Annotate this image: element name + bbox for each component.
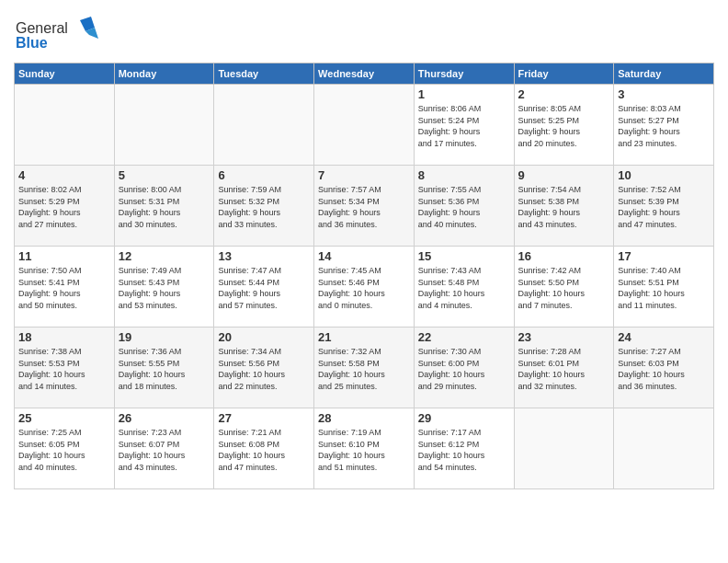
day-header-thursday: Thursday (414, 63, 514, 85)
day-info: Sunrise: 8:02 AM Sunset: 5:29 PM Dayligh… (18, 184, 110, 230)
day-info: Sunrise: 7:59 AM Sunset: 5:32 PM Dayligh… (218, 184, 310, 230)
day-number: 22 (418, 330, 510, 344)
day-info: Sunrise: 7:45 AM Sunset: 5:46 PM Dayligh… (318, 265, 410, 311)
day-info: Sunrise: 7:23 AM Sunset: 6:07 PM Dayligh… (119, 427, 210, 473)
day-info: Sunrise: 7:27 AM Sunset: 6:03 PM Dayligh… (618, 346, 710, 392)
calendar-cell: 8Sunrise: 7:55 AM Sunset: 5:36 PM Daylig… (414, 166, 514, 247)
calendar-cell (514, 408, 614, 489)
day-header-wednesday: Wednesday (314, 63, 415, 85)
day-number: 26 (119, 411, 210, 425)
calendar-cell: 1Sunrise: 8:06 AM Sunset: 5:24 PM Daylig… (414, 85, 514, 166)
calendar-week-4: 18Sunrise: 7:38 AM Sunset: 5:53 PM Dayli… (15, 327, 714, 408)
svg-text:Blue: Blue (16, 35, 48, 51)
calendar-cell: 4Sunrise: 8:02 AM Sunset: 5:29 PM Daylig… (15, 166, 115, 247)
day-info: Sunrise: 7:17 AM Sunset: 6:12 PM Dayligh… (418, 427, 510, 473)
day-info: Sunrise: 7:42 AM Sunset: 5:50 PM Dayligh… (518, 265, 610, 311)
day-number: 14 (318, 249, 410, 263)
day-info: Sunrise: 7:30 AM Sunset: 6:00 PM Dayligh… (418, 346, 510, 392)
day-number: 21 (318, 330, 410, 344)
day-info: Sunrise: 7:50 AM Sunset: 5:41 PM Dayligh… (18, 265, 110, 311)
calendar-cell (214, 85, 314, 166)
day-number: 15 (418, 249, 510, 263)
calendar-cell (614, 408, 714, 489)
calendar-cell (314, 85, 415, 166)
calendar-week-5: 25Sunrise: 7:25 AM Sunset: 6:05 PM Dayli… (15, 408, 714, 489)
day-info: Sunrise: 7:47 AM Sunset: 5:44 PM Dayligh… (218, 265, 310, 311)
day-number: 18 (18, 330, 110, 344)
day-number: 29 (418, 411, 510, 425)
calendar-cell: 21Sunrise: 7:32 AM Sunset: 5:58 PM Dayli… (314, 327, 415, 408)
calendar-cell (15, 85, 115, 166)
calendar-cell: 24Sunrise: 7:27 AM Sunset: 6:03 PM Dayli… (614, 327, 714, 408)
day-info: Sunrise: 7:25 AM Sunset: 6:05 PM Dayligh… (18, 427, 110, 473)
calendar-cell: 10Sunrise: 7:52 AM Sunset: 5:39 PM Dayli… (614, 166, 714, 247)
calendar-cell: 14Sunrise: 7:45 AM Sunset: 5:46 PM Dayli… (314, 247, 415, 327)
day-number: 27 (218, 411, 310, 425)
calendar-cell: 11Sunrise: 7:50 AM Sunset: 5:41 PM Dayli… (15, 247, 115, 327)
day-number: 24 (618, 330, 710, 344)
header: General Blue (14, 9, 714, 57)
day-number: 13 (218, 249, 310, 263)
day-number: 28 (318, 411, 410, 425)
day-header-sunday: Sunday (15, 63, 115, 85)
calendar-cell: 19Sunrise: 7:36 AM Sunset: 5:55 PM Dayli… (114, 327, 214, 408)
page-container: General Blue SundayMondayTuesdayWednesda… (0, 0, 728, 499)
logo: General Blue (14, 13, 115, 57)
calendar-cell: 6Sunrise: 7:59 AM Sunset: 5:32 PM Daylig… (214, 166, 314, 247)
day-number: 10 (618, 168, 710, 182)
calendar-cell: 22Sunrise: 7:30 AM Sunset: 6:00 PM Dayli… (414, 327, 514, 408)
day-info: Sunrise: 8:03 AM Sunset: 5:27 PM Dayligh… (618, 103, 710, 149)
calendar-week-1: 1Sunrise: 8:06 AM Sunset: 5:24 PM Daylig… (15, 85, 714, 166)
day-number: 25 (18, 411, 110, 425)
day-number: 8 (418, 168, 510, 182)
calendar-cell: 26Sunrise: 7:23 AM Sunset: 6:07 PM Dayli… (114, 408, 214, 489)
calendar-cell: 28Sunrise: 7:19 AM Sunset: 6:10 PM Dayli… (314, 408, 415, 489)
day-number: 12 (119, 249, 210, 263)
day-info: Sunrise: 8:00 AM Sunset: 5:31 PM Dayligh… (119, 184, 210, 230)
day-header-friday: Friday (514, 63, 614, 85)
day-number: 4 (18, 168, 110, 182)
calendar-cell: 16Sunrise: 7:42 AM Sunset: 5:50 PM Dayli… (514, 247, 614, 327)
calendar-cell: 17Sunrise: 7:40 AM Sunset: 5:51 PM Dayli… (614, 247, 714, 327)
svg-text:General: General (16, 20, 68, 36)
day-header-tuesday: Tuesday (214, 63, 314, 85)
day-info: Sunrise: 7:34 AM Sunset: 5:56 PM Dayligh… (218, 346, 310, 392)
day-number: 16 (518, 249, 610, 263)
calendar-cell: 9Sunrise: 7:54 AM Sunset: 5:38 PM Daylig… (514, 166, 614, 247)
day-info: Sunrise: 7:36 AM Sunset: 5:55 PM Dayligh… (119, 346, 210, 392)
day-header-monday: Monday (114, 63, 214, 85)
calendar-cell: 5Sunrise: 8:00 AM Sunset: 5:31 PM Daylig… (114, 166, 214, 247)
day-info: Sunrise: 7:43 AM Sunset: 5:48 PM Dayligh… (418, 265, 510, 311)
day-info: Sunrise: 7:28 AM Sunset: 6:01 PM Dayligh… (518, 346, 610, 392)
calendar-cell: 20Sunrise: 7:34 AM Sunset: 5:56 PM Dayli… (214, 327, 314, 408)
day-info: Sunrise: 7:32 AM Sunset: 5:58 PM Dayligh… (318, 346, 410, 392)
day-header-saturday: Saturday (614, 63, 714, 85)
day-number: 9 (518, 168, 610, 182)
day-info: Sunrise: 7:21 AM Sunset: 6:08 PM Dayligh… (218, 427, 310, 473)
day-info: Sunrise: 7:19 AM Sunset: 6:10 PM Dayligh… (318, 427, 410, 473)
day-number: 20 (218, 330, 310, 344)
calendar-table: SundayMondayTuesdayWednesdayThursdayFrid… (14, 63, 714, 489)
day-number: 3 (618, 87, 710, 101)
day-info: Sunrise: 7:52 AM Sunset: 5:39 PM Dayligh… (618, 184, 710, 230)
day-number: 11 (18, 249, 110, 263)
day-number: 7 (318, 168, 410, 182)
day-number: 1 (418, 87, 510, 101)
calendar-cell: 29Sunrise: 7:17 AM Sunset: 6:12 PM Dayli… (414, 408, 514, 489)
calendar-cell: 15Sunrise: 7:43 AM Sunset: 5:48 PM Dayli… (414, 247, 514, 327)
calendar-week-2: 4Sunrise: 8:02 AM Sunset: 5:29 PM Daylig… (15, 166, 714, 247)
day-number: 23 (518, 330, 610, 344)
day-info: Sunrise: 8:06 AM Sunset: 5:24 PM Dayligh… (418, 103, 510, 149)
calendar-cell: 7Sunrise: 7:57 AM Sunset: 5:34 PM Daylig… (314, 166, 415, 247)
day-info: Sunrise: 7:40 AM Sunset: 5:51 PM Dayligh… (618, 265, 710, 311)
day-info: Sunrise: 7:49 AM Sunset: 5:43 PM Dayligh… (119, 265, 210, 311)
calendar-cell: 18Sunrise: 7:38 AM Sunset: 5:53 PM Dayli… (15, 327, 115, 408)
day-info: Sunrise: 7:57 AM Sunset: 5:34 PM Dayligh… (318, 184, 410, 230)
day-number: 5 (119, 168, 210, 182)
calendar-cell: 23Sunrise: 7:28 AM Sunset: 6:01 PM Dayli… (514, 327, 614, 408)
logo-svg: General Blue (14, 13, 115, 53)
calendar-cell: 2Sunrise: 8:05 AM Sunset: 5:25 PM Daylig… (514, 85, 614, 166)
day-number: 2 (518, 87, 610, 101)
day-number: 17 (618, 249, 710, 263)
day-info: Sunrise: 7:54 AM Sunset: 5:38 PM Dayligh… (518, 184, 610, 230)
